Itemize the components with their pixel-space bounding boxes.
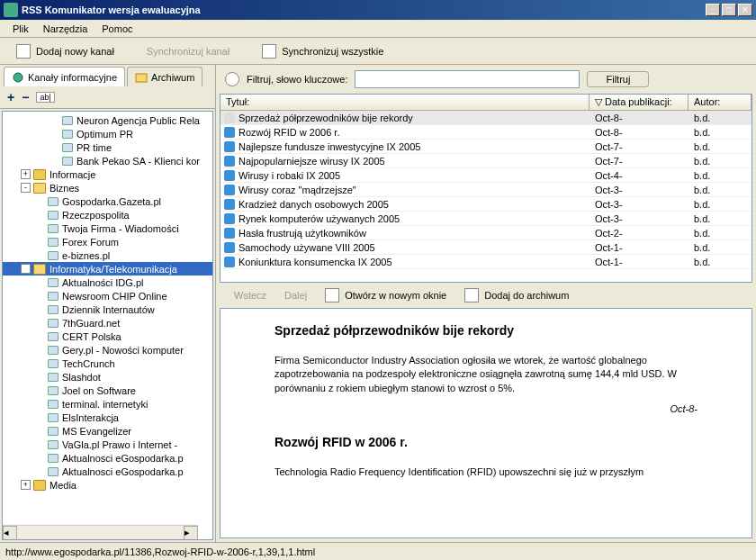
cell-author: b.d.	[688, 156, 752, 167]
cell-author: b.d.	[688, 170, 752, 181]
table-row[interactable]: Kradzież danych osobowych 2005Oct-3-b.d.	[220, 197, 752, 212]
feed-icon	[48, 332, 58, 341]
maximize-button[interactable]: □	[722, 4, 736, 16]
tree-hscrollbar[interactable]: ◂ ▸	[3, 525, 198, 539]
tree-label: Newsroom CHIP Online	[62, 291, 167, 302]
table-row[interactable]: Wirusy i robaki IX 2005Oct-4-b.d.	[220, 168, 752, 183]
expand-toggle[interactable]: -	[21, 264, 31, 274]
rename-button[interactable]: ab|	[36, 92, 54, 103]
expand-toggle[interactable]: +	[21, 169, 31, 179]
table-row[interactable]: Rynek komputerów używanych 2005Oct-3-b.d…	[220, 212, 752, 226]
feed-icon	[48, 427, 58, 436]
feed-icon	[48, 440, 58, 449]
article-icon	[224, 213, 235, 224]
menu-file[interactable]: Plik	[5, 22, 36, 36]
tree-feed[interactable]: Aktualnosci eGospodarka.p	[3, 465, 212, 478]
add-archive-button[interactable]: Dodaj do archiwum	[464, 288, 569, 303]
table-row[interactable]: Koniunktura konsumencka IX 2005Oct-1-b.d…	[220, 255, 752, 269]
tree-feed[interactable]: VaGla.pl Prawo i Internet -	[3, 438, 212, 451]
tree-feed[interactable]: Gery.pl - Nowości komputer	[3, 343, 212, 357]
col-title[interactable]: Tytuł:	[220, 95, 590, 110]
table-row[interactable]: Samochody używane VIII 2005Oct-1-b.d.	[220, 240, 752, 255]
tree-feed[interactable]: Bank Pekao SA - Klienci kor	[3, 154, 212, 167]
tree-feed[interactable]: CERT Polska	[3, 330, 212, 343]
titlebar: RSS Komunikator wersja ewaluacyjna _ □ ✕	[0, 0, 756, 20]
tab-archive[interactable]: Archiwum	[127, 67, 202, 86]
menu-help[interactable]: Pomoc	[94, 22, 140, 36]
cell-title: Sprzedaż półprzewodników bije rekordy	[238, 113, 413, 123]
tree-label: Rzeczpospolita	[62, 210, 130, 221]
tree-feed[interactable]: Neuron Agencja Public Rela	[3, 113, 212, 127]
tree-feed[interactable]: Newsroom CHIP Online	[3, 289, 212, 303]
table-row[interactable]: Hasła frustrują użytkownikówOct-2-b.d.	[220, 226, 752, 240]
cell-date: Oct-2-	[590, 228, 688, 239]
tree-feed[interactable]: ElsInterakcja	[3, 411, 212, 424]
article-icon	[224, 185, 235, 195]
tab-channels[interactable]: Kanały informacyjne	[4, 67, 125, 86]
cell-author: b.d.	[688, 113, 752, 123]
open-new-window-button[interactable]: Otwórz w nowym oknie	[325, 288, 446, 303]
article-icon	[224, 141, 235, 152]
col-date[interactable]: ▽ Data publikacji:	[590, 95, 688, 110]
table-row[interactable]: Najlepsze fundusze inwestycyjne IX 2005O…	[220, 140, 752, 154]
minimize-button[interactable]: _	[706, 4, 720, 16]
tree-feed[interactable]: Optimum PR	[3, 127, 212, 140]
tree-folder[interactable]: -Biznes	[3, 181, 212, 194]
tree-feed[interactable]: MS Evangelizer	[3, 424, 212, 438]
tree-folder[interactable]: +Media	[3, 478, 212, 492]
expand-all-button[interactable]: +	[7, 90, 14, 104]
table-row[interactable]: Rozwój RFID w 2006 r.Oct-8-b.d.	[220, 125, 752, 140]
tree-feed[interactable]: PR time	[3, 140, 212, 154]
cell-author: b.d.	[688, 127, 752, 138]
cell-title: Najlepsze fundusze inwestycyjne IX 2005	[238, 141, 420, 152]
menu-tools[interactable]: Narzędzia	[36, 22, 95, 36]
scroll-left-button[interactable]: ◂	[3, 526, 17, 540]
tree-feed[interactable]: Twoja Firma - Wiadomości	[3, 221, 212, 235]
close-button[interactable]: ✕	[738, 4, 752, 16]
scroll-right-button[interactable]: ▸	[184, 526, 198, 540]
tree-feed[interactable]: Aktualności IDG.pl	[3, 275, 212, 289]
tree-folder[interactable]: -Informatyka/Telekomunikacja	[3, 262, 212, 275]
menubar: Plik Narzędzia Pomoc	[0, 20, 756, 38]
article-grid[interactable]: Tytuł: ▽ Data publikacji: Autor: Sprzeda…	[220, 94, 752, 283]
cell-author: b.d.	[688, 199, 752, 210]
tree-folder[interactable]: +Informacje	[3, 167, 212, 181]
cell-date: Oct-4-	[590, 170, 688, 181]
col-author[interactable]: Autor:	[688, 95, 752, 110]
tree-feed[interactable]: e-biznes.pl	[3, 248, 212, 262]
tree-feed[interactable]: terminal. internetyki	[3, 397, 212, 411]
article-icon	[224, 199, 235, 210]
add-channel-button[interactable]: Dodaj nowy kanał	[9, 41, 122, 61]
tree-feed[interactable]: Dziennik Internautów	[3, 303, 212, 316]
tree-feed[interactable]: TechCrunch	[3, 357, 212, 370]
tree-label: Aktualnosci eGospodarka.p	[62, 453, 184, 464]
back-button: Wstecz	[234, 290, 266, 301]
filter-button[interactable]: Filtruj	[587, 71, 649, 87]
table-row[interactable]: Wirusy coraz "mądrzejsze"Oct-3-b.d.	[220, 183, 752, 197]
tree-feed[interactable]: Joel on Software	[3, 384, 212, 397]
expand-toggle[interactable]: -	[21, 183, 31, 193]
tree-feed[interactable]: Slashdot	[3, 370, 212, 384]
preview-pane[interactable]: Sprzedaż półprzewodników bije rekordy Fi…	[220, 308, 752, 538]
table-row[interactable]: Sprzedaż półprzewodników bije rekordyOct…	[220, 111, 752, 125]
tree-feed[interactable]: Aktualnosci eGospodarka.p	[3, 451, 212, 465]
cell-date: Oct-7-	[590, 156, 688, 167]
filter-input[interactable]	[355, 70, 580, 88]
table-row[interactable]: Najpopularniejsze wirusy IX 2005Oct-7-b.…	[220, 154, 752, 168]
collapse-all-button[interactable]: −	[22, 90, 29, 104]
feed-icon	[48, 454, 58, 463]
tree-feed[interactable]: 7thGuard.net	[3, 316, 212, 330]
feed-icon	[62, 116, 73, 125]
add-icon	[16, 44, 31, 59]
cell-author: b.d.	[688, 185, 752, 195]
tree-feed[interactable]: Gospodarka.Gazeta.pl	[3, 194, 212, 208]
tree-label: Forex Forum	[62, 237, 119, 248]
cell-title: Hasła frustrują użytkowników	[238, 228, 366, 239]
tree-feed[interactable]: Forex Forum	[3, 235, 212, 248]
expand-toggle[interactable]: +	[21, 480, 31, 490]
tree-feed[interactable]: Rzeczpospolita	[3, 208, 212, 221]
sync-all-button[interactable]: Synchronizuj wszystkie	[255, 41, 391, 61]
feed-icon	[62, 130, 73, 139]
channel-tree[interactable]: Neuron Agencja Public RelaOptimum PRPR t…	[2, 111, 213, 540]
cell-title: Kradzież danych osobowych 2005	[238, 199, 389, 210]
